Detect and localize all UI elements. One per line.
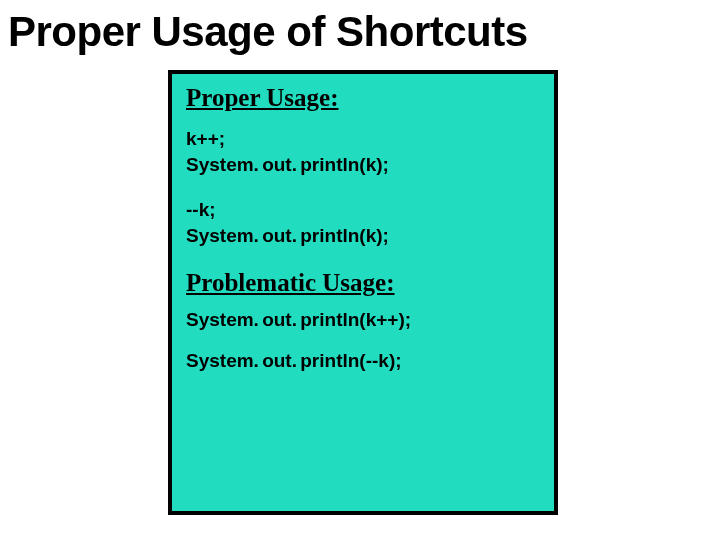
- code-line: System. out. println(k++);: [186, 307, 540, 333]
- code-line: k++;: [186, 126, 540, 152]
- problematic-usage-heading: Problematic Usage:: [186, 269, 540, 297]
- code-block-proper-2: --k; System. out. println(k);: [186, 197, 540, 248]
- slide-title: Proper Usage of Shortcuts: [0, 0, 720, 56]
- code-line: System. out. println(k);: [186, 223, 540, 249]
- content-box: Proper Usage: k++; System. out. println(…: [168, 70, 558, 515]
- code-block-problematic-1: System. out. println(k++);: [186, 307, 540, 333]
- proper-usage-heading: Proper Usage:: [186, 84, 540, 112]
- code-block-problematic-2: System. out. println(--k);: [186, 348, 540, 374]
- code-line: System. out. println(k);: [186, 152, 540, 178]
- code-line: --k;: [186, 197, 540, 223]
- code-line: System. out. println(--k);: [186, 348, 540, 374]
- code-block-proper-1: k++; System. out. println(k);: [186, 126, 540, 177]
